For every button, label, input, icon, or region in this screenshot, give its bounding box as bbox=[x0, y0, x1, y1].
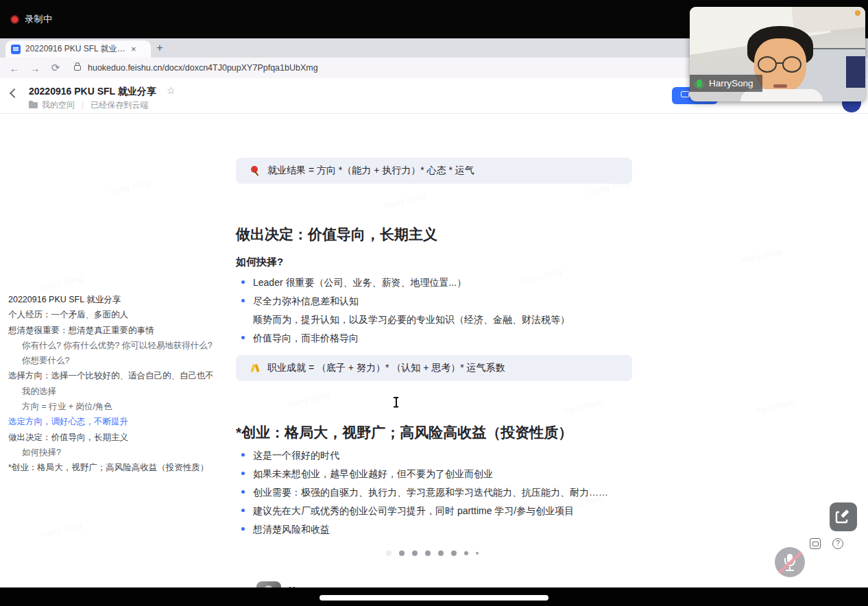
outline-item[interactable]: 做出决定：价值导向，长期主义 bbox=[7, 430, 213, 445]
reload-button[interactable]: ⟳ bbox=[45, 62, 66, 74]
bullet-icon bbox=[241, 299, 245, 302]
outline-item[interactable]: 如何抉择? bbox=[7, 445, 213, 460]
author-block: Harry 北京 海淀 bbox=[256, 581, 320, 587]
text-cursor-icon bbox=[393, 397, 399, 408]
heading-startup: *创业：格局大，视野广；高风险高收益（投资性质） bbox=[236, 423, 572, 442]
page-dots[interactable] bbox=[386, 550, 486, 556]
star-icon[interactable]: ☆ bbox=[167, 85, 176, 96]
webcam-status-dot bbox=[855, 10, 860, 16]
pagination-dot[interactable] bbox=[412, 550, 418, 556]
pencil-icon bbox=[830, 502, 857, 531]
home-indicator bbox=[320, 595, 548, 601]
pagination-dot[interactable] bbox=[399, 550, 405, 556]
bullet-icon bbox=[241, 453, 245, 457]
mic-active-icon bbox=[697, 80, 702, 87]
tab-title: 20220916 PKU SFL 就业分享 bbox=[25, 43, 128, 55]
watermark: Harry Song bbox=[40, 520, 83, 540]
back-chevron-icon[interactable] bbox=[10, 88, 19, 98]
help-button[interactable]: ? bbox=[832, 538, 843, 549]
watermark: Harry Song bbox=[754, 397, 796, 416]
outline-item[interactable]: 你想要什么? bbox=[7, 353, 213, 368]
heading-decision: 做出决定：价值导向，长期主义 bbox=[236, 225, 437, 244]
list-item: 创业需要：极强的自驱力、执行力、学习意愿和学习迭代能力、抗压能力、耐力…… bbox=[236, 483, 640, 502]
callout-employment: 就业结果 = 方向 *（能力 + 执行力）* 心态 * 运气 bbox=[236, 158, 632, 184]
watermark: Harry Song bbox=[40, 274, 83, 293]
outline-panel: 20220916 PKU SFL 就业分享 个人经历：一个矛盾、多面的人 想清楚… bbox=[7, 292, 213, 476]
list-item: 尽全力弥补信息差和认知 bbox=[236, 292, 640, 311]
recording-status: 录制中 bbox=[25, 13, 53, 25]
pagination-dot[interactable] bbox=[464, 551, 468, 555]
outline-item[interactable]: 你有什么? 你有什么优势? 你可以轻易地获得什么? bbox=[7, 338, 213, 353]
outline-item[interactable]: 选择方向：选择一个比较好的、适合自己的、自己也不... bbox=[7, 368, 213, 383]
tab-close-icon[interactable]: × bbox=[131, 44, 136, 54]
callout-employment-text: 就业结果 = 方向 *（能力 + 执行力）* 心态 * 运气 bbox=[267, 165, 474, 177]
pushpin-icon bbox=[250, 165, 261, 176]
breadcrumb-space[interactable]: 我的空间 bbox=[42, 99, 75, 111]
pagination-dot[interactable] bbox=[451, 550, 457, 556]
list-item: 建议先在大厂或优秀的创业公司学习提升，同时 parttime 学习/参与创业项目 bbox=[236, 502, 640, 520]
pagination-dot[interactable] bbox=[438, 550, 444, 556]
bullet-icon bbox=[241, 490, 245, 494]
subheading-choice: 如何抉择? bbox=[236, 256, 283, 269]
doc-title: 20220916 PKU SFL 就业分享 bbox=[29, 86, 156, 98]
list-item: 价值导向，而非价格导向 bbox=[236, 329, 640, 348]
camera-icon bbox=[681, 91, 690, 97]
recording-dot-icon bbox=[10, 15, 19, 24]
bullet-icon bbox=[241, 472, 245, 475]
breadcrumb: 我的空间 | 已经保存到云端 bbox=[29, 99, 148, 111]
doc-content: Harry Song Harry Song Harry Song Harry S… bbox=[0, 114, 868, 587]
watermark: Harry Song bbox=[562, 397, 604, 416]
edit-fab-button[interactable] bbox=[830, 502, 857, 531]
outline-item[interactable]: 想清楚很重要：想清楚真正重要的事情 bbox=[7, 323, 213, 338]
bullet-icon bbox=[241, 527, 245, 531]
browser-window: 20220916 PKU SFL 就业分享 × + ← → ⟳ huokeduo… bbox=[0, 38, 868, 587]
lock-icon bbox=[74, 65, 81, 71]
list-item: 这是一个很好的时代 bbox=[236, 446, 640, 465]
outline-item[interactable]: 方向 = 行业 + 岗位/角色 bbox=[7, 399, 213, 414]
bullet-icon bbox=[241, 280, 245, 284]
list-item: 想清楚风险和收益 bbox=[236, 520, 640, 539]
callout-career: 职业成就 = （底子 + 努力）* （认知 + 思考）* 运气系数 bbox=[236, 355, 632, 381]
outline-item[interactable]: 我的选择 bbox=[7, 384, 213, 399]
outline-item-active[interactable]: 选定方向，调好心态，不断提升 bbox=[7, 414, 213, 429]
startup-bullet-list: 这是一个很好的时代 如果未来想创业，越早创业越好，但不要为了创业而创业 创业需要… bbox=[236, 446, 640, 539]
save-status: 已经保存到云端 bbox=[91, 99, 148, 111]
choice-bullet-list: Leader 很重要（公司、业务、薪资、地理位置...） 尽全力弥补信息差和认知… bbox=[236, 274, 640, 348]
address-bar[interactable]: huokeduo.feishu.cn/docx/doxcn4TJ0pupXY7P… bbox=[88, 63, 318, 73]
breadcrumb-divider: | bbox=[82, 101, 84, 110]
list-item-note: 顺势而为，提升认知，以及学习必要的专业知识（经济、金融、财法税等） bbox=[236, 311, 640, 329]
bottom-letterbox bbox=[0, 587, 868, 606]
outline-item[interactable]: *创业：格局大，视野广；高风险高收益（投资性质） bbox=[7, 460, 213, 475]
folder-icon bbox=[29, 102, 38, 108]
callout-career-text: 职业成就 = （底子 + 努力）* （认知 + 思考）* 运气系数 bbox=[267, 362, 505, 374]
watermark: Harry Song bbox=[383, 191, 426, 210]
pagination-dot[interactable] bbox=[386, 550, 391, 556]
bullet-icon bbox=[241, 336, 245, 339]
watermark: Harry Song bbox=[109, 178, 152, 197]
list-item: Leader 很重要（公司、业务、薪资、地理位置...） bbox=[236, 274, 640, 292]
feedback-button[interactable] bbox=[810, 538, 821, 549]
pagination-dot[interactable] bbox=[425, 550, 431, 556]
webcam-participant-name: HarrySong bbox=[709, 78, 754, 88]
bullet-icon bbox=[241, 509, 245, 512]
outline-item[interactable]: 个人经历：一个矛盾、多面的人 bbox=[7, 307, 213, 322]
back-button[interactable]: ← bbox=[4, 62, 25, 74]
watermark: Harry Song bbox=[740, 246, 782, 265]
pagination-dot[interactable] bbox=[476, 552, 479, 555]
browser-tab[interactable]: 20220916 PKU SFL 就业分享 × bbox=[5, 40, 151, 58]
new-tab-button[interactable]: + bbox=[156, 41, 163, 55]
webcam-name-label: HarrySong bbox=[690, 75, 762, 92]
forward-button[interactable]: → bbox=[25, 62, 45, 74]
mic-muted-button[interactable] bbox=[775, 547, 805, 577]
feishu-doc-favicon-icon bbox=[11, 45, 21, 54]
webcam-overlay[interactable]: HarrySong bbox=[690, 7, 865, 101]
outline-item[interactable]: 20220916 PKU SFL 就业分享 bbox=[7, 292, 213, 307]
praying-hands-icon bbox=[250, 363, 261, 374]
watermark: Harry Song bbox=[287, 390, 330, 409]
list-item: 如果未来想创业，越早创业越好，但不要为了创业而创业 bbox=[236, 465, 640, 483]
author-avatar[interactable] bbox=[256, 581, 281, 587]
